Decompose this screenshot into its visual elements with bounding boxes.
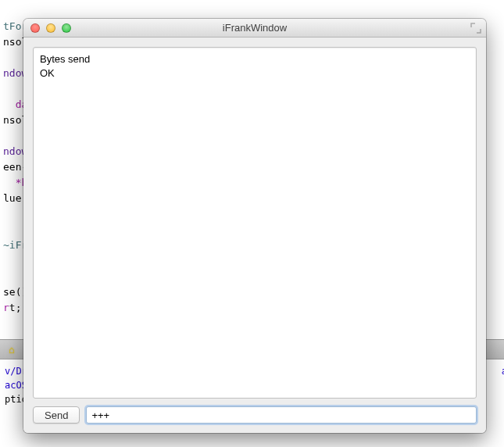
- zoom-icon[interactable]: [62, 23, 71, 33]
- window-controls: [23, 23, 71, 33]
- fullscreen-icon[interactable]: [470, 23, 481, 34]
- window-titlebar[interactable]: iFrankWindow: [23, 19, 486, 38]
- console-output[interactable]: Bytes send OK: [33, 47, 477, 399]
- window-body: Bytes send OK Send: [23, 38, 486, 433]
- app-window: iFrankWindow Bytes send OK Send: [23, 19, 486, 433]
- input-row: Send: [33, 406, 477, 424]
- warning-icon[interactable]: ⌂: [5, 342, 19, 356]
- close-icon[interactable]: [30, 23, 40, 33]
- minimize-icon[interactable]: [46, 23, 55, 33]
- send-button[interactable]: Send: [33, 406, 80, 424]
- command-input[interactable]: [86, 406, 477, 424]
- window-title: iFrankWindow: [23, 22, 486, 34]
